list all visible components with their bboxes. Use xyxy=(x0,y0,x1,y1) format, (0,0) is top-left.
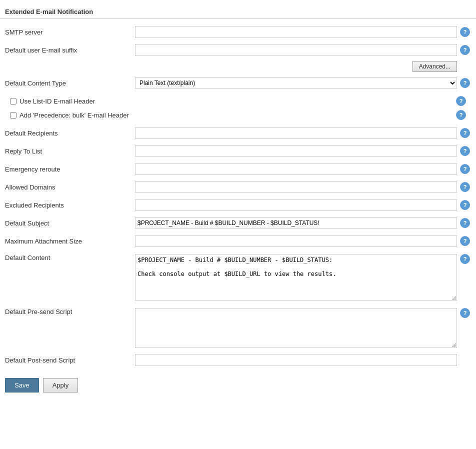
excluded-recipients-help-icon[interactable]: ? xyxy=(460,200,470,210)
smtp-server-input[interactable] xyxy=(135,26,457,38)
max-attachment-help-icon[interactable]: ? xyxy=(460,236,470,246)
max-attachment-label: Maximum Attachment Size xyxy=(5,238,135,245)
apply-button[interactable]: Apply xyxy=(43,378,78,392)
save-button[interactable]: Save xyxy=(5,378,39,392)
content-type-select[interactable]: Plain Text (text/plain) HTML (text/html) xyxy=(135,77,457,89)
page-container: Extended E-mail Notification SMTP server… xyxy=(0,0,476,449)
default-subject-help-icon[interactable]: ? xyxy=(460,218,470,228)
advanced-button[interactable]: Advanced... xyxy=(412,61,457,72)
advanced-row: Advanced... xyxy=(5,59,471,74)
emergency-reroute-label: Emergency reroute xyxy=(5,166,135,173)
excluded-recipients-input[interactable] xyxy=(135,199,457,211)
postsend-script-input[interactable] xyxy=(135,354,457,366)
email-suffix-row: Default user E-mail suffix ? xyxy=(5,41,471,59)
excluded-recipients-row: Excluded Recipients ? xyxy=(5,196,471,214)
max-attachment-input[interactable] xyxy=(135,235,457,247)
emergency-reroute-input-col: ? xyxy=(135,163,471,175)
add-precedence-help-icon[interactable]: ? xyxy=(456,110,466,120)
excluded-recipients-input-col: ? xyxy=(135,199,471,211)
reply-to-list-row: Reply To List ? xyxy=(5,142,471,160)
default-subject-row: Default Subject ? xyxy=(5,214,471,232)
use-list-id-section: Use List-ID E-mail Header ? Add 'Precede… xyxy=(5,92,471,124)
email-suffix-input[interactable] xyxy=(135,44,457,56)
reply-to-list-input-col: ? xyxy=(135,145,471,157)
max-attachment-input-col: ? xyxy=(135,235,471,247)
default-content-textarea[interactable]: $PROJECT_NAME - Build # $BUILD_NUMBER - … xyxy=(135,254,457,301)
use-list-id-row: Use List-ID E-mail Header ? xyxy=(10,94,466,108)
add-precedence-checkbox[interactable] xyxy=(10,112,16,118)
postsend-script-label: Default Post-send Script xyxy=(5,356,135,364)
content-type-label: Default Content Type xyxy=(5,80,135,87)
smtp-server-input-col: ? xyxy=(135,26,471,38)
smtp-server-row: SMTP server ? xyxy=(5,23,471,41)
presend-script-label: Default Pre-send Script xyxy=(5,308,135,316)
use-list-id-checkbox[interactable] xyxy=(10,98,16,104)
default-content-input-col: $PROJECT_NAME - Build # $BUILD_NUMBER - … xyxy=(135,254,471,301)
reply-to-list-help-icon[interactable]: ? xyxy=(460,146,470,156)
section-title: Extended E-mail Notification xyxy=(0,5,476,19)
emergency-reroute-input[interactable] xyxy=(135,163,457,175)
default-content-help-icon[interactable]: ? xyxy=(460,254,470,264)
add-precedence-row: Add 'Precedence: bulk' E-mail Header ? xyxy=(10,108,466,122)
max-attachment-row: Maximum Attachment Size ? xyxy=(5,232,471,250)
default-recipients-row: Default Recipients ? xyxy=(5,124,471,142)
add-precedence-label: Add 'Precedence: bulk' E-mail Header xyxy=(20,112,129,119)
button-row: Save Apply xyxy=(0,373,476,398)
default-recipients-input[interactable] xyxy=(135,127,457,139)
presend-script-input-col: ? xyxy=(135,308,471,348)
postsend-script-input-col xyxy=(135,354,471,366)
content-type-help-icon[interactable]: ? xyxy=(460,78,470,88)
allowed-domains-input-col: ? xyxy=(135,181,471,193)
excluded-recipients-label: Excluded Recipients xyxy=(5,202,135,209)
default-subject-label: Default Subject xyxy=(5,220,135,227)
default-recipients-input-col: ? xyxy=(135,127,471,139)
smtp-server-help-icon[interactable]: ? xyxy=(460,27,470,37)
default-subject-input[interactable] xyxy=(135,217,457,229)
default-content-label: Default Content xyxy=(5,254,135,262)
emergency-reroute-row: Emergency reroute ? xyxy=(5,160,471,178)
content-type-input-col: Plain Text (text/plain) HTML (text/html)… xyxy=(135,77,471,89)
content-type-row: Default Content Type Plain Text (text/pl… xyxy=(5,74,471,92)
allowed-domains-help-icon[interactable]: ? xyxy=(460,182,470,192)
postsend-script-row: Default Post-send Script xyxy=(5,351,471,369)
form-body: SMTP server ? Default user E-mail suffix… xyxy=(0,19,476,373)
presend-script-help-icon[interactable]: ? xyxy=(460,308,470,318)
default-recipients-label: Default Recipients xyxy=(5,130,135,137)
allowed-domains-input[interactable] xyxy=(135,181,457,193)
reply-to-list-input[interactable] xyxy=(135,145,457,157)
email-suffix-input-col: ? xyxy=(135,44,471,56)
email-suffix-help-icon[interactable]: ? xyxy=(460,45,470,55)
smtp-server-label: SMTP server xyxy=(5,28,135,36)
use-list-id-label: Use List-ID E-mail Header xyxy=(20,98,95,105)
use-list-id-help-icon[interactable]: ? xyxy=(456,96,466,106)
default-content-row: Default Content $PROJECT_NAME - Build # … xyxy=(5,250,471,304)
reply-to-list-label: Reply To List xyxy=(5,148,135,155)
presend-script-textarea[interactable] xyxy=(135,308,457,348)
email-suffix-label: Default user E-mail suffix xyxy=(5,46,135,54)
default-recipients-help-icon[interactable]: ? xyxy=(460,128,470,138)
presend-script-row: Default Pre-send Script ? xyxy=(5,304,471,351)
emergency-reroute-help-icon[interactable]: ? xyxy=(460,164,470,174)
allowed-domains-label: Allowed Domains xyxy=(5,184,135,191)
default-subject-input-col: ? xyxy=(135,217,471,229)
allowed-domains-row: Allowed Domains ? xyxy=(5,178,471,196)
